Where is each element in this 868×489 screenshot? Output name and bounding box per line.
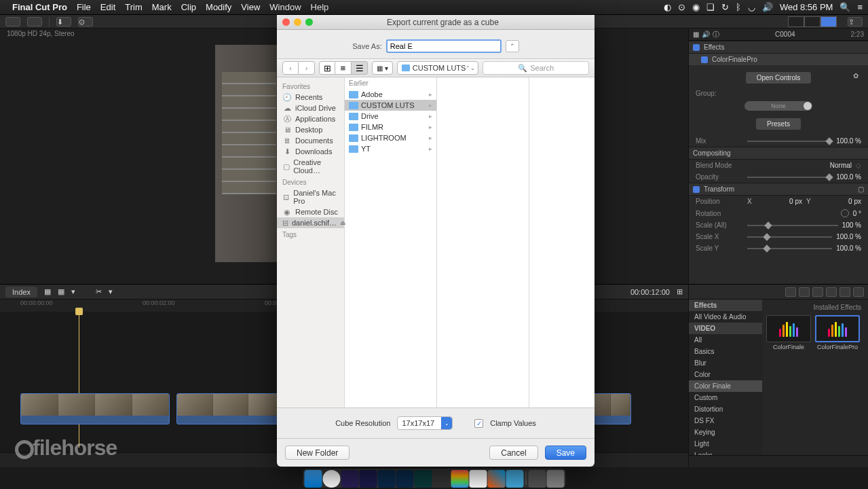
menu-trim[interactable]: Trim (125, 2, 143, 12)
fx-category[interactable]: Basics (689, 346, 762, 357)
checkbox-icon[interactable] (701, 56, 708, 63)
mix-value[interactable]: 100.0 % (836, 137, 861, 145)
cube-resolution-select[interactable]: 17x17x17⌄ (397, 416, 453, 430)
column-1[interactable]: Earlier Adobe▸ CUSTOM LUTS▸ Drive▸ FILMR… (345, 77, 437, 408)
sidebar-item-desktop[interactable]: 🖥Desktop (277, 124, 344, 135)
blend-value[interactable]: Normal (830, 162, 852, 169)
column-2[interactable] (437, 77, 529, 408)
inspector-tab[interactable] (820, 16, 837, 27)
effect-item[interactable]: ColorFinalePro (689, 54, 868, 65)
menu-file[interactable]: File (77, 2, 91, 12)
sidebar-item-creative-cloud[interactable]: ▢Creative Cloud… (277, 157, 344, 176)
dock-app-icon[interactable] (487, 470, 505, 488)
status-icon[interactable]: ↻ (721, 2, 729, 12)
dock-audition-icon[interactable] (414, 470, 432, 488)
effect-thumbnail[interactable]: ColorFinale (766, 315, 811, 350)
compositing-section[interactable]: Compositing (689, 147, 868, 160)
rotation-dial-icon[interactable] (841, 209, 849, 217)
sidebar-item-volume[interactable]: ⊟daniel.schif…⏏ (277, 217, 344, 228)
status-icon[interactable]: ◉ (692, 2, 700, 12)
fx-tab-icon[interactable] (785, 287, 796, 297)
volume-icon[interactable]: 🔊 (762, 2, 773, 12)
keyword-icon[interactable]: ⊙ (78, 17, 93, 26)
sidebar-item-macpro[interactable]: ⊡Daniel's Mac Pro (277, 187, 344, 206)
pos-y-value[interactable]: 0 px (834, 198, 861, 205)
index-button[interactable]: Index (5, 287, 37, 297)
inspector-tab[interactable] (788, 16, 804, 27)
transform-section[interactable]: Transform▢ (689, 183, 868, 196)
mix-slider[interactable] (747, 141, 832, 142)
effects-section[interactable]: Effects (689, 41, 868, 54)
fx-category[interactable]: Color (689, 369, 762, 380)
opacity-slider[interactable] (747, 177, 832, 178)
menu-modify[interactable]: Modify (206, 2, 231, 12)
tl-tool-icon[interactable]: ▦ (58, 287, 64, 296)
library-toggle-icon[interactable] (5, 17, 20, 26)
scale-slider[interactable] (747, 225, 838, 226)
tl-tool-icon[interactable]: ▾ (71, 287, 75, 296)
folder-item-yt[interactable]: YT▸ (345, 143, 436, 154)
fx-filter-label[interactable]: Installed Effects (766, 304, 864, 311)
fx-tab-icon[interactable] (812, 287, 823, 297)
effects-category-list[interactable]: Effects All Video & Audio VIDEO All Basi… (689, 300, 762, 455)
back-button[interactable]: ‹ (282, 61, 299, 75)
timeline-clip[interactable]: C0005 (176, 393, 285, 424)
fx-category[interactable]: Color Finale (689, 380, 762, 392)
dock-chrome-icon[interactable] (322, 470, 340, 488)
timeline-clip[interactable] (590, 393, 631, 424)
dock-finder-icon[interactable] (304, 470, 322, 488)
presets-button[interactable]: Presets (756, 118, 801, 130)
cancel-button[interactable]: Cancel (489, 446, 537, 460)
fx-category[interactable]: Distortion (689, 403, 762, 415)
menubar-clock[interactable]: Wed 8:56 PM (780, 2, 833, 12)
fx-category[interactable]: DS FX (689, 415, 762, 427)
dock-app-icon[interactable] (506, 470, 523, 488)
sidebar-item-recents[interactable]: 🕘Recents (277, 92, 344, 103)
tl-tool-icon[interactable]: ▾ (109, 287, 113, 296)
zoom-window-icon[interactable] (305, 18, 313, 26)
filename-input[interactable] (386, 39, 502, 53)
dock-aftereffects-icon[interactable] (359, 470, 377, 488)
opacity-value[interactable]: 100.0 % (836, 173, 861, 181)
path-selector[interactable]: CUSTOM LUTS (397, 61, 479, 75)
scale-x-value[interactable]: 100.0 % (836, 233, 861, 240)
pos-x-value[interactable]: 0 px (775, 198, 802, 205)
dock-fcp-icon[interactable] (432, 470, 450, 488)
collapse-toggle-button[interactable]: ⌃ (506, 40, 519, 52)
menu-view[interactable]: View (241, 2, 260, 12)
import-icon[interactable]: ⬇ (56, 17, 71, 26)
folder-item-filmr[interactable]: FILMR▸ (345, 122, 436, 132)
scale-y-value[interactable]: 100.0 % (836, 244, 861, 252)
spotlight-icon[interactable]: 🔍 (839, 2, 850, 12)
open-controls-button[interactable]: Open Controls (746, 72, 811, 84)
status-icon[interactable]: ◐ (664, 2, 671, 12)
checkbox-icon[interactable] (693, 44, 700, 51)
dock-app-icon[interactable] (451, 470, 468, 488)
group-selector[interactable]: None (744, 101, 812, 111)
menu-clip[interactable]: Clip (181, 2, 196, 12)
menu-edit[interactable]: Edit (100, 2, 115, 12)
dock-app-icon[interactable] (469, 470, 487, 488)
scale-all-value[interactable]: 100 % (842, 221, 861, 229)
menu-help[interactable]: Help (311, 2, 329, 12)
folder-item-custom-luts[interactable]: CUSTOM LUTS▸ (345, 100, 436, 111)
status-icon[interactable]: ❏ (706, 2, 715, 12)
group-button[interactable]: ▦ ▾ (372, 61, 393, 75)
tl-tool-icon[interactable]: ⊞ (677, 287, 683, 296)
sidebar-item-documents[interactable]: 🗎Documents (277, 135, 344, 146)
forward-button[interactable]: › (299, 61, 315, 75)
sidebar-item-icloud[interactable]: ☁iCloud Drive (277, 103, 344, 113)
clamp-values-checkbox[interactable]: ✓ (474, 419, 483, 428)
folder-item-lightroom[interactable]: LIGHTROOM▸ (345, 132, 436, 143)
scale-slider[interactable] (747, 248, 832, 249)
effect-thumbnail[interactable]: ColorFinalePro (815, 315, 860, 350)
fx-category[interactable]: Keying (689, 427, 762, 438)
playhead[interactable] (79, 312, 79, 448)
dock-premiere-icon[interactable] (341, 470, 358, 488)
bluetooth-icon[interactable]: ᛒ (736, 2, 741, 12)
status-icon[interactable]: ⊙ (678, 2, 685, 12)
menu-mark[interactable]: Mark (152, 2, 172, 12)
info-inspector-icon[interactable]: ⓘ (713, 30, 719, 39)
fx-category[interactable]: Blur (689, 357, 762, 369)
notification-icon[interactable]: ≡ (857, 2, 863, 12)
